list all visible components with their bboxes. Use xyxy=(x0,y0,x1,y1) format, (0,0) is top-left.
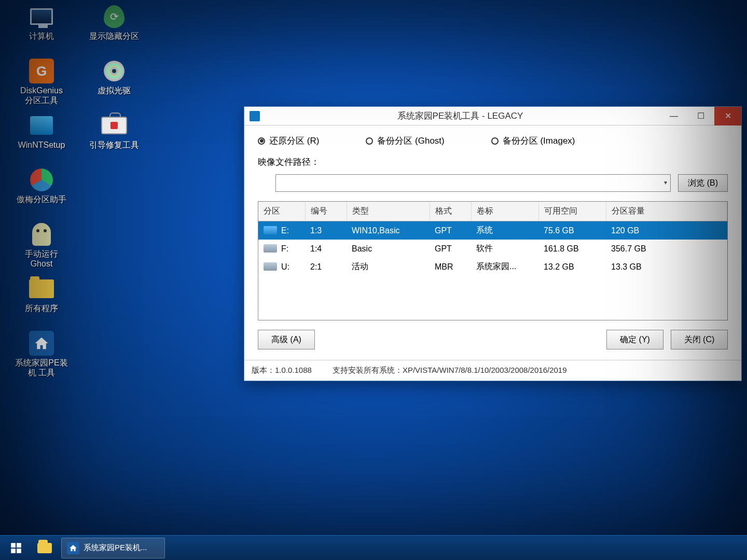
ghost-icon xyxy=(27,222,56,247)
advanced-button[interactable]: 高级 (A) xyxy=(258,330,315,349)
table-row[interactable]: U:2:1活动MBR系统家园...13.2 GB13.3 GB xyxy=(258,258,727,276)
col-volume[interactable]: 卷标 xyxy=(471,202,538,221)
path-label: 映像文件路径： xyxy=(258,156,330,168)
desktop-icon-computer[interactable]: 计算机 xyxy=(5,0,78,54)
folder-icon xyxy=(37,543,52,553)
icon-label: 手动运行 Ghost xyxy=(25,249,58,269)
radio-label: 备份分区 (Ghost) xyxy=(377,135,444,147)
disc-icon xyxy=(100,59,129,83)
version-text: 版本：1.0.0.1088 xyxy=(252,366,312,375)
browse-button[interactable]: 浏览 (B) xyxy=(678,174,728,192)
drive-icon xyxy=(264,226,277,234)
ok-button[interactable]: 确定 (Y) xyxy=(606,330,663,349)
app-icon xyxy=(250,111,260,121)
table-row[interactable]: E:1:3WIN10,BasicGPT系统75.6 GB120 GB xyxy=(258,221,727,240)
desktop-icon-virtual-drive[interactable]: 虚拟光驱 xyxy=(78,54,150,109)
dialog-body: 还原分区 (R) 备份分区 (Ghost) 备份分区 (Imagex) 映像文件… xyxy=(244,125,741,360)
desktop-icon-all-programs[interactable]: 所有程序 xyxy=(5,272,78,327)
radio-label: 还原分区 (R) xyxy=(269,135,319,147)
partition-icon xyxy=(27,167,56,192)
radio-backup-imagex[interactable]: 备份分区 (Imagex) xyxy=(491,135,575,147)
file-manager-button[interactable] xyxy=(32,538,57,558)
drive-icon xyxy=(264,244,277,253)
table-row[interactable]: F:1:4BasicGPT软件161.8 GB356.7 GB xyxy=(258,240,727,258)
desktop: 计算机 ⟳ 显示隐藏分区 G DiskGenius 分区工具 虚拟光驱 WinN… xyxy=(5,0,161,381)
col-partition[interactable]: 分区 xyxy=(258,202,305,221)
dialog-button-row: 高级 (A) 确定 (Y) 关闭 (C) xyxy=(258,330,728,349)
radio-icon xyxy=(491,137,499,145)
drive-icon xyxy=(264,262,277,271)
mode-radio-group: 还原分区 (R) 备份分区 (Ghost) 备份分区 (Imagex) xyxy=(258,135,728,147)
col-number[interactable]: 编号 xyxy=(305,202,347,221)
radio-restore[interactable]: 还原分区 (R) xyxy=(258,135,319,147)
house-icon xyxy=(27,331,56,356)
icon-label: 傲梅分区助手 xyxy=(17,194,66,204)
monitor-icon xyxy=(27,4,56,29)
close-dialog-button[interactable]: 关闭 (C) xyxy=(671,330,728,349)
image-path-row: 映像文件路径： xyxy=(258,156,728,168)
partition-grid[interactable]: 分区 编号 类型 格式 卷标 可用空间 分区容量 E:1:3WIN10,Basi… xyxy=(258,201,728,320)
radio-label: 备份分区 (Imagex) xyxy=(503,135,575,147)
desktop-icon-show-hidden-partition[interactable]: ⟳ 显示隐藏分区 xyxy=(78,0,150,54)
maximize-button[interactable]: ☐ xyxy=(687,107,714,125)
icon-label: 显示隐藏分区 xyxy=(89,31,139,41)
icon-label: DiskGenius 分区工具 xyxy=(20,86,63,105)
status-bar: 版本：1.0.0.1088 支持安装所有系统：XP/VISTA/WIN7/8/8… xyxy=(244,360,741,381)
minimize-button[interactable]: — xyxy=(660,107,687,125)
image-path-input[interactable]: ▾ xyxy=(275,174,671,192)
titlebar[interactable]: 系统家园PE装机工具 - LEGACY — ☐ ✕ xyxy=(244,107,741,125)
windows-icon xyxy=(9,541,23,555)
icon-label: 所有程序 xyxy=(25,303,58,313)
icon-label: 系统家园PE装 机 工具 xyxy=(15,358,67,377)
folder-icon xyxy=(27,276,56,301)
desktop-icon-aomei[interactable]: 傲梅分区助手 xyxy=(5,163,78,218)
taskbar: 系统家园PE装机... xyxy=(0,535,747,560)
icon-label: 虚拟光驱 xyxy=(98,86,131,95)
desktop-icon-winntsetup[interactable]: WinNTSetup xyxy=(5,109,78,163)
icon-label: 计算机 xyxy=(29,31,54,41)
toolbox-icon xyxy=(100,113,129,138)
taskbar-task-pe-tool[interactable]: 系统家园PE装机... xyxy=(61,538,165,558)
icon-label: 引导修复工具 xyxy=(89,140,139,150)
house-icon xyxy=(67,542,79,554)
col-free[interactable]: 可用空间 xyxy=(538,202,606,221)
pe-installer-window: 系统家园PE装机工具 - LEGACY — ☐ ✕ 还原分区 (R) 备份分区 … xyxy=(244,106,742,381)
window-title: 系统家园PE装机工具 - LEGACY xyxy=(260,110,660,122)
desktop-icon-boot-repair[interactable]: 引导修复工具 xyxy=(78,109,150,163)
radio-icon xyxy=(366,137,373,145)
shield-icon: ⟳ xyxy=(100,4,129,29)
chevron-down-icon[interactable]: ▾ xyxy=(664,179,667,186)
col-format[interactable]: 格式 xyxy=(430,202,471,221)
icon-label: WinNTSetup xyxy=(18,140,65,150)
support-text: 支持安装所有系统：XP/VISTA/WIN7/8/8.1/10/2003/200… xyxy=(333,366,567,375)
setup-icon xyxy=(27,113,56,138)
desktop-icon-ghost[interactable]: 手动运行 Ghost xyxy=(5,218,78,272)
start-button[interactable] xyxy=(4,538,28,558)
desktop-icon-pe-tool[interactable]: 系统家园PE装 机 工具 xyxy=(5,327,78,381)
diskgenius-icon: G xyxy=(27,59,56,83)
radio-backup-ghost[interactable]: 备份分区 (Ghost) xyxy=(366,135,444,147)
desktop-icon-diskgenius[interactable]: G DiskGenius 分区工具 xyxy=(5,54,78,109)
col-type[interactable]: 类型 xyxy=(347,202,430,221)
radio-icon xyxy=(258,137,265,145)
close-button[interactable]: ✕ xyxy=(714,107,741,125)
task-label: 系统家园PE装机... xyxy=(84,543,147,553)
col-capacity[interactable]: 分区容量 xyxy=(606,202,727,221)
